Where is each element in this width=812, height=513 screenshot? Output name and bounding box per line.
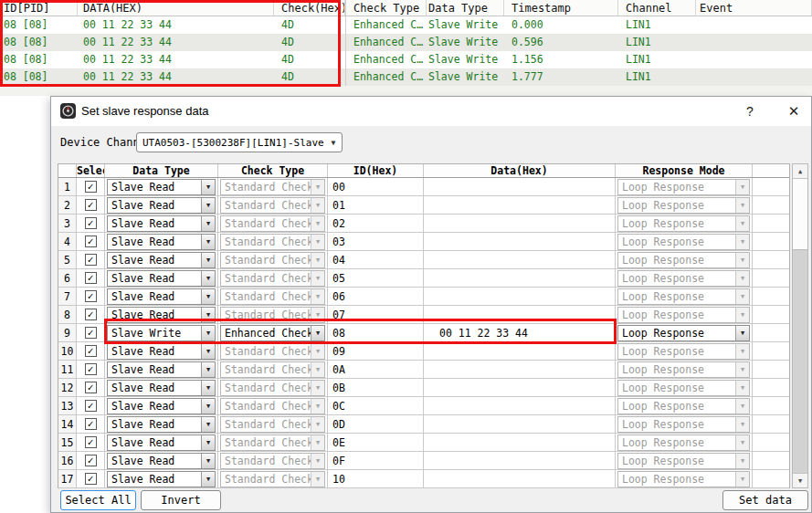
header-select[interactable]: Select [77, 164, 105, 177]
cell-data-hex[interactable] [424, 251, 616, 268]
select-checkbox[interactable]: ✓ [85, 199, 97, 211]
select-checkbox[interactable]: ✓ [85, 217, 97, 229]
response-mode-select[interactable]: Loop Response ▼ [617, 252, 750, 268]
invert-select-button[interactable]: Invert Select [141, 490, 221, 510]
monitor-table-row[interactable]: 08 [08] 00 11 22 33 44 4D Enhanced C… Sl… [0, 51, 812, 68]
select-checkbox[interactable]: ✓ [85, 309, 97, 320]
check-type-select[interactable]: Standard Check ▼ [220, 252, 325, 268]
response-mode-select[interactable]: Loop Response ▼ [617, 416, 750, 433]
response-mode-select[interactable]: Loop Response ▼ [617, 215, 750, 232]
cell-id-hex[interactable]: 0C [328, 397, 424, 414]
data-type-select[interactable]: Slave Read ▼ [107, 252, 216, 268]
cell-data-hex[interactable] [424, 397, 616, 414]
response-mode-select[interactable]: Loop Response ▼ [617, 453, 750, 469]
data-type-select[interactable]: Slave Read ▼ [107, 361, 216, 378]
cell-data-hex[interactable] [424, 178, 616, 195]
cell-data-hex[interactable] [424, 434, 616, 451]
data-type-select[interactable]: Slave Read ▼ [107, 471, 216, 487]
cell-id-hex[interactable]: 01 [328, 196, 424, 214]
scroll-down-icon[interactable]: ▼ [793, 473, 807, 487]
cell-data-hex[interactable] [424, 306, 616, 323]
cell-data-hex[interactable] [424, 361, 616, 378]
header-id-hex[interactable]: ID(Hex) [328, 164, 424, 177]
response-mode-select[interactable]: Loop Response ▼ [617, 325, 750, 341]
monitor-col-data-type[interactable]: Data Type [427, 0, 504, 16]
select-checkbox[interactable]: ✓ [85, 418, 97, 430]
check-type-select[interactable]: Standard Check ▼ [220, 288, 325, 305]
check-type-select[interactable]: Standard Check ▼ [220, 307, 325, 323]
data-type-select[interactable]: Slave Read ▼ [107, 307, 216, 323]
select-checkbox[interactable]: ✓ [85, 254, 97, 266]
cell-data-hex[interactable] [424, 379, 616, 396]
data-type-select[interactable]: Slave Read ▼ [107, 434, 216, 451]
select-all-button[interactable]: Select All [60, 490, 136, 510]
select-checkbox[interactable]: ✓ [85, 473, 97, 485]
data-type-select[interactable]: Slave Write ▼ [107, 325, 216, 341]
response-mode-select[interactable]: Loop Response ▼ [617, 234, 750, 250]
header-data-hex[interactable]: Data(Hex) [424, 164, 616, 177]
cell-id-hex[interactable]: 0B [328, 379, 424, 396]
select-checkbox[interactable]: ✓ [85, 327, 97, 339]
response-mode-select[interactable]: Loop Response ▼ [617, 398, 750, 414]
cell-data-hex[interactable] [424, 452, 616, 469]
device-channel-select[interactable]: UTA0503-[5300238F][LIN1]-Slave ▼ [136, 132, 343, 152]
check-type-select[interactable]: Standard Check ▼ [220, 361, 325, 378]
header-response-mode[interactable]: Response Mode [616, 164, 753, 177]
check-type-select[interactable]: Standard Check ▼ [220, 398, 325, 414]
response-mode-select[interactable]: Loop Response ▼ [617, 270, 750, 287]
cell-data-hex[interactable] [424, 470, 616, 487]
data-type-select[interactable]: Slave Read ▼ [107, 215, 216, 232]
cell-id-hex[interactable]: 0F [328, 452, 424, 469]
data-type-select[interactable]: Slave Read ▼ [107, 398, 216, 414]
check-type-select[interactable]: Standard Check ▼ [220, 197, 325, 214]
cell-id-hex[interactable]: 10 [328, 470, 424, 487]
cell-data-hex[interactable] [424, 233, 616, 250]
check-type-select[interactable]: Standard Check ▼ [220, 234, 325, 250]
scrollbar-thumb[interactable] [793, 179, 807, 250]
response-mode-select[interactable]: Loop Response ▼ [617, 179, 750, 195]
cell-data-hex[interactable] [424, 269, 616, 287]
check-type-select[interactable]: Standard Check ▼ [220, 453, 325, 469]
vertical-scrollbar[interactable]: ▲ ▼ [792, 163, 808, 488]
data-type-select[interactable]: Slave Read ▼ [107, 234, 216, 250]
check-type-select[interactable]: Standard Check ▼ [220, 343, 325, 360]
cell-id-hex[interactable]: 05 [328, 269, 424, 287]
monitor-table-row[interactable]: 08 [08] 00 11 22 33 44 4D Enhanced C… Sl… [0, 68, 812, 86]
select-checkbox[interactable]: ✓ [85, 236, 97, 247]
header-check-type[interactable]: Check Type [218, 164, 328, 177]
cell-id-hex[interactable]: 04 [328, 251, 424, 268]
monitor-col-timestamp[interactable]: Timestamp [504, 0, 618, 16]
select-checkbox[interactable]: ✓ [85, 436, 97, 448]
data-type-select[interactable]: Slave Read ▼ [107, 453, 216, 469]
monitor-col-check-hex[interactable]: Check(Hex) [274, 0, 345, 16]
dialog-titlebar[interactable]: Set slave response data ? ✕ [51, 97, 811, 126]
check-type-select[interactable]: Standard Check ▼ [220, 380, 325, 396]
cell-id-hex[interactable]: 06 [328, 288, 424, 305]
cell-id-hex[interactable]: 09 [328, 342, 424, 360]
check-type-select[interactable]: Standard Check ▼ [220, 179, 325, 195]
select-checkbox[interactable]: ✓ [85, 272, 97, 284]
select-checkbox[interactable]: ✓ [85, 382, 97, 393]
monitor-table-row[interactable]: 08 [08] 00 11 22 33 44 4D Enhanced C… Sl… [0, 16, 812, 34]
monitor-col-channel[interactable]: Channel [618, 0, 696, 16]
cell-id-hex[interactable]: 08 [328, 324, 424, 341]
data-type-select[interactable]: Slave Read ▼ [107, 179, 216, 195]
select-checkbox[interactable]: ✓ [85, 400, 97, 412]
monitor-col-id-pid[interactable]: ID[PID] [0, 0, 78, 16]
check-type-select[interactable]: Standard Check ▼ [220, 471, 325, 487]
response-mode-select[interactable]: Loop Response ▼ [617, 380, 750, 396]
cell-data-hex[interactable] [424, 415, 616, 433]
data-type-select[interactable]: Slave Read ▼ [107, 416, 216, 433]
response-mode-select[interactable]: Loop Response ▼ [617, 361, 750, 378]
set-data-button[interactable]: Set data [722, 490, 808, 510]
monitor-col-check-type[interactable]: Check Type [345, 0, 427, 16]
select-checkbox[interactable]: ✓ [85, 345, 97, 357]
close-icon[interactable]: ✕ [780, 97, 807, 126]
response-mode-select[interactable]: Loop Response ▼ [617, 343, 750, 360]
help-button[interactable]: ? [738, 97, 762, 126]
header-data-type[interactable]: Data Type [105, 164, 218, 177]
monitor-col-data-hex[interactable]: DATA(HEX) [78, 0, 274, 16]
cell-id-hex[interactable]: 0A [328, 361, 424, 378]
scroll-up-icon[interactable]: ▲ [793, 164, 807, 179]
response-mode-select[interactable]: Loop Response ▼ [617, 307, 750, 323]
